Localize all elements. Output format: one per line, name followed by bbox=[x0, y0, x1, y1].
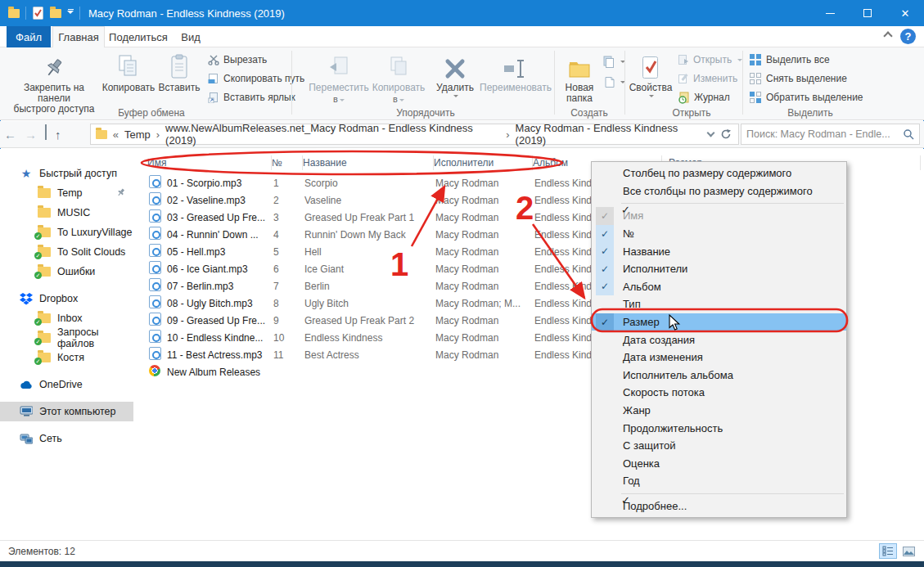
recent-locations-icon[interactable] bbox=[45, 128, 47, 142]
pin-to-quick-access-button[interactable]: Закрепить на панели быстрого доступа bbox=[8, 51, 100, 115]
breadcrumb-leaf[interactable]: Macy Rodman - Endless Kindness (2019) bbox=[516, 122, 708, 146]
status-bar: Элементов: 12 bbox=[0, 540, 924, 561]
sidebar-item-inbox[interactable]: Inbox bbox=[0, 308, 133, 328]
menu-item[interactable]: ✓ Название bbox=[592, 242, 846, 260]
close-button[interactable]: ✕ bbox=[886, 0, 924, 26]
column-header-name[interactable]: Имя bbox=[147, 155, 272, 170]
tab-share[interactable]: Поделиться bbox=[107, 26, 169, 47]
menu-item[interactable]: ✓ Альбом bbox=[592, 278, 846, 296]
menu-item[interactable]: ✓ Скорость потока bbox=[592, 384, 846, 402]
select-all-button[interactable]: Выделить все bbox=[749, 52, 830, 67]
sidebar-item-music[interactable]: MUSIC bbox=[0, 203, 133, 223]
menu-item[interactable]: ✓ Подробнее... bbox=[592, 497, 846, 515]
menu-item[interactable]: ✓ Исполнители bbox=[592, 260, 846, 278]
sidebar-item-to-solit-clouds[interactable]: To Solit Clouds bbox=[0, 242, 133, 262]
help-icon[interactable]: ? bbox=[900, 29, 916, 44]
open-icon bbox=[678, 54, 689, 65]
forward-icon[interactable]: → bbox=[25, 128, 37, 142]
maximize-button[interactable] bbox=[849, 0, 886, 26]
qat-customize-chevron-icon[interactable] bbox=[67, 9, 74, 17]
folder-synced-icon bbox=[38, 247, 51, 257]
sidebar-item-kostya[interactable]: Костя bbox=[0, 348, 133, 367]
search-icon[interactable] bbox=[903, 128, 914, 140]
menu-item[interactable]: ✓ Продолжительность bbox=[592, 419, 846, 437]
cut-button[interactable]: Вырезать bbox=[208, 52, 267, 67]
sidebar-item-temp[interactable]: Temp bbox=[0, 183, 133, 203]
column-header-title[interactable]: Название bbox=[303, 155, 434, 170]
new-folder-button[interactable]: Новая папка bbox=[558, 51, 601, 104]
back-icon[interactable]: ← bbox=[4, 128, 16, 142]
sidebar-item-network[interactable]: Сеть bbox=[0, 429, 133, 448]
tab-file[interactable]: Файл bbox=[7, 26, 51, 47]
paste-shortcut-button[interactable]: Вставить ярлык bbox=[208, 90, 295, 105]
menu-item[interactable]: ✓ Имя bbox=[592, 207, 846, 225]
paste-button[interactable]: Вставить bbox=[157, 51, 201, 93]
divider bbox=[742, 51, 743, 115]
sidebar-item-this-pc[interactable]: Этот компьютер bbox=[0, 402, 133, 421]
sidebar-item-onedrive[interactable]: OneDrive bbox=[0, 375, 133, 394]
collapse-ribbon-icon[interactable] bbox=[885, 33, 893, 41]
select-none-button[interactable]: Снять выделение bbox=[749, 71, 847, 86]
ribbon-tabs: Файл Главная Поделиться Вид ? bbox=[0, 26, 924, 47]
move-to-button[interactable]: Переместить в bbox=[306, 51, 372, 105]
menu-item[interactable]: ✓ Все столбцы по размеру содержимого bbox=[592, 182, 846, 200]
menu-item[interactable]: ✓ bbox=[621, 203, 844, 204]
search-box[interactable] bbox=[741, 124, 920, 145]
properties-button[interactable]: Свойства bbox=[629, 51, 673, 98]
menu-item[interactable]: ✓ Дата создания bbox=[592, 331, 846, 349]
copy-path-icon bbox=[208, 73, 219, 84]
breadcrumb-root[interactable]: Temp bbox=[124, 128, 151, 141]
cell-number: 3 bbox=[273, 212, 304, 223]
refresh-icon[interactable] bbox=[720, 128, 732, 140]
edit-button[interactable]: Изменить bbox=[678, 71, 737, 86]
easy-access-button[interactable] bbox=[602, 74, 625, 89]
qat-newfolder-icon[interactable] bbox=[50, 9, 61, 18]
menu-item[interactable]: ✓ Размер bbox=[592, 313, 846, 331]
cell-number: 7 bbox=[273, 281, 304, 292]
sidebar-item-file-requests[interactable]: Запросы файлов bbox=[0, 328, 133, 348]
items-count: Элементов: 12 bbox=[8, 546, 75, 557]
menu-item[interactable]: ✓ bbox=[621, 493, 844, 494]
address-bar[interactable]: « Temp › www.NewAlbumReleases.net_Macy R… bbox=[90, 124, 739, 145]
sidebar-item-quick-access[interactable]: ★Быстрый доступ bbox=[0, 164, 133, 183]
details-view-button[interactable] bbox=[879, 543, 897, 559]
search-input[interactable] bbox=[746, 128, 903, 140]
up-icon[interactable]: ↑ bbox=[55, 128, 61, 142]
explorer-window: Macy Rodman - Endless Kindness (2019) ✕ … bbox=[0, 0, 924, 561]
invert-selection-button[interactable]: Обратить выделение bbox=[749, 90, 863, 105]
menu-item[interactable]: ✓ Исполнитель альбома bbox=[592, 367, 846, 385]
cell-number: 4 bbox=[273, 229, 304, 241]
tab-view[interactable]: Вид bbox=[172, 26, 210, 47]
delete-button[interactable]: Удалить bbox=[432, 51, 478, 98]
menu-item[interactable]: ✓ Тип bbox=[592, 295, 846, 313]
thumbnail-view-button[interactable] bbox=[899, 543, 917, 559]
copy-path-button[interactable]: Скопировать путь bbox=[208, 71, 304, 86]
edit-icon bbox=[678, 73, 689, 84]
new-item-button[interactable] bbox=[602, 54, 625, 69]
minimize-button[interactable] bbox=[811, 0, 849, 26]
menu-item[interactable]: ✓ Жанр bbox=[592, 402, 846, 420]
qat-properties-icon[interactable] bbox=[32, 7, 44, 20]
copy-to-button[interactable]: Копировать в bbox=[370, 51, 427, 105]
cell-name: New Album Releases bbox=[167, 367, 273, 378]
breadcrumb-mid[interactable]: www.NewAlbumReleases.net_Macy Rodman - E… bbox=[165, 122, 500, 146]
open-button[interactable]: Открыть bbox=[678, 52, 742, 67]
breadcrumb-overflow[interactable]: « bbox=[113, 128, 119, 141]
sidebar-item-dropbox[interactable]: Dropbox bbox=[0, 289, 133, 308]
menu-item[interactable]: ✓ Столбец по размеру содержимого bbox=[592, 164, 846, 182]
history-button[interactable]: Журнал bbox=[678, 90, 730, 105]
menu-item[interactable]: ✓ № bbox=[592, 225, 846, 243]
column-header-artists[interactable]: Исполнители bbox=[434, 155, 533, 170]
sidebar-item-errors[interactable]: Ошибки bbox=[0, 262, 133, 281]
sidebar-item-to-luxuryvillage[interactable]: To LuxuryVillage bbox=[0, 223, 133, 242]
rename-button[interactable]: Переименовать bbox=[478, 51, 553, 93]
address-dropdown-icon[interactable] bbox=[707, 128, 715, 137]
menu-item[interactable]: ✓ С защитой bbox=[592, 437, 846, 455]
menu-item[interactable]: ✓ Год bbox=[592, 472, 846, 490]
menu-item[interactable]: ✓ Дата изменения bbox=[592, 349, 846, 367]
tab-home[interactable]: Главная bbox=[52, 26, 105, 47]
copy-button[interactable]: Копировать bbox=[103, 51, 154, 93]
column-header-number[interactable]: № bbox=[272, 155, 303, 170]
menu-item[interactable]: ✓ Оценка bbox=[592, 455, 846, 473]
file-type-icon bbox=[149, 364, 161, 377]
